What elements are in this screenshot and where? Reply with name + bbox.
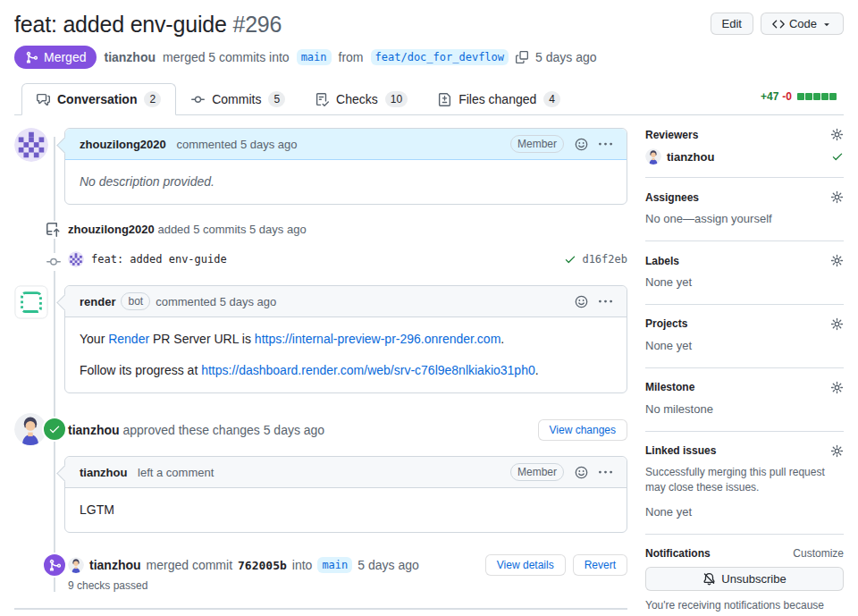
sidebar-section-projects: Projects None yet (645, 305, 844, 368)
tab-label: Commits (212, 92, 261, 106)
tab-label: Conversation (57, 92, 137, 106)
commit-message-link[interactable]: feat: added env-guide (91, 253, 227, 266)
merge-time: 5 days ago (535, 50, 597, 64)
sidebar-section-labels: Labels None yet (645, 241, 844, 305)
merge-time: 5 days ago (358, 558, 419, 572)
tab-conversation[interactable]: Conversation 2 (21, 83, 176, 115)
copy-branch-icon[interactable] (516, 51, 528, 63)
merged-by-author[interactable]: tianzhou (104, 50, 156, 64)
tab-label: Checks (336, 92, 378, 106)
reviewer-row: tianzhou (645, 148, 844, 165)
projects-empty-text: None yet (645, 338, 844, 355)
emoji-reaction-button[interactable] (575, 466, 588, 479)
check-icon[interactable] (564, 253, 576, 266)
notifications-title: Notifications (645, 547, 711, 560)
page-title: feat: added env-guide #296 (14, 11, 282, 38)
pr-header: feat: added env-guide #296 Edit Code (14, 0, 844, 38)
edit-button[interactable]: Edit (711, 13, 753, 35)
tab-commits[interactable]: Commits 5 (176, 83, 300, 115)
git-merge-icon (25, 51, 38, 64)
pr-title-text: feat: added env-guide (14, 12, 227, 37)
comment-body: Your Render PR Server URL is https://int… (65, 317, 627, 392)
pr-page: feat: added env-guide #296 Edit Code Mer… (0, 0, 858, 616)
revert-label: Revert (585, 559, 616, 571)
pr-sidebar: Reviewers tianzhou Assignees No one—assi… (645, 128, 844, 616)
timeline-divider (14, 608, 627, 610)
reviewer-name-link[interactable]: tianzhou (667, 150, 714, 164)
gear-icon[interactable] (830, 190, 844, 204)
code-button[interactable]: Code (761, 13, 844, 35)
render-link[interactable]: Render (108, 332, 149, 346)
tab-files-changed[interactable]: Files changed 4 (423, 83, 576, 115)
conversation-icon (37, 93, 50, 106)
tab-count-badge: 2 (144, 91, 161, 107)
pr-status-row: Merged tianzhou merged 5 commits into ma… (14, 46, 844, 69)
bell-slash-icon (702, 572, 716, 586)
emoji-reaction-button[interactable] (575, 138, 588, 151)
milestone-title: Milestone (645, 381, 694, 393)
linked-issues-desc: Successfully merging this pull request m… (645, 465, 844, 496)
merge-from-text: from (339, 50, 364, 64)
gear-icon[interactable] (830, 254, 844, 267)
comment-header: zhouzilong2020 commented 5 days ago Memb… (65, 129, 627, 160)
sidebar-section-assignees: Assignees No one—assign yourself (645, 178, 844, 241)
diff-blocks (797, 93, 837, 100)
diffstat[interactable]: +47 -0 (761, 90, 837, 108)
event-meta: added 5 commits 5 days ago (157, 223, 306, 236)
emoji-reaction-button[interactable] (575, 295, 588, 308)
comment-options-button[interactable] (599, 295, 612, 308)
checks-passed-link[interactable]: 9 checks passed (68, 579, 627, 592)
comment-author-link[interactable]: tianzhou (80, 466, 127, 479)
code-icon (772, 18, 785, 30)
pr-number: #296 (232, 12, 282, 37)
preview-url-link[interactable]: https://internal-preview-pr-296.onrender… (255, 332, 500, 346)
diff-additions: +47 (761, 90, 778, 103)
view-changes-button[interactable]: View changes (538, 419, 628, 441)
member-badge: Member (510, 463, 564, 481)
revert-button[interactable]: Revert (573, 554, 627, 576)
view-details-button[interactable]: View details (485, 554, 566, 576)
kebab-icon (599, 466, 612, 479)
gear-icon[interactable] (830, 128, 844, 141)
unsubscribe-button[interactable]: Unsubscribe (645, 567, 844, 591)
comment-options-button[interactable] (599, 466, 612, 479)
comment-meta: commented 5 days ago (176, 138, 297, 151)
base-branch-chip[interactable]: main (297, 49, 332, 65)
diff-block (797, 93, 804, 100)
comment-author-link[interactable]: zhouzilong2020 (80, 138, 166, 151)
avatar-tianzhou[interactable] (645, 148, 661, 165)
tab-checks[interactable]: Checks 10 (300, 83, 423, 115)
comment-meta: left a comment (138, 466, 214, 479)
avatar-zhouzilong2020[interactable] (14, 128, 48, 162)
gear-icon[interactable] (830, 381, 844, 394)
gear-icon[interactable] (830, 317, 844, 331)
check-icon (48, 423, 61, 435)
dashboard-url-link[interactable]: https://dashboard.render.com/web/srv-c76… (201, 363, 535, 377)
avatar-render-bot[interactable] (14, 285, 48, 319)
comment-header: tianzhou left a comment Member (65, 457, 627, 488)
merged-commit-sha[interactable]: 762005b (238, 559, 287, 572)
approved-check-badge (42, 417, 67, 442)
chevron-down-icon (821, 19, 832, 30)
git-merge-icon (48, 559, 62, 572)
event-author-link[interactable]: tianzhou (68, 423, 120, 437)
event-author-link[interactable]: zhouzilong2020 (68, 223, 155, 236)
comment-author-link[interactable]: render (80, 295, 115, 308)
head-branch-chip[interactable]: feat/doc_for_devflow (371, 49, 509, 65)
event-author-link[interactable]: tianzhou (89, 558, 141, 572)
comment-options-button[interactable] (599, 138, 612, 151)
commit-sha-link[interactable]: d16f2eb (582, 253, 627, 266)
edit-button-label: Edit (722, 17, 742, 30)
avatar-zhouzilong2020[interactable] (68, 251, 84, 267)
avatar-tianzhou[interactable] (68, 557, 84, 573)
git-commit-icon (191, 93, 205, 106)
diff-block (821, 93, 829, 100)
assignees-empty-text[interactable]: No one—assign yourself (645, 211, 844, 228)
customize-link[interactable]: Customize (793, 547, 844, 560)
text: Follow its progress at (80, 363, 201, 377)
merged-status-badge: Merged (14, 46, 97, 69)
labels-empty-text: None yet (645, 274, 844, 291)
base-branch-chip[interactable]: main (317, 557, 352, 573)
diff-deletions: -0 (782, 90, 792, 103)
gear-icon[interactable] (830, 444, 844, 458)
